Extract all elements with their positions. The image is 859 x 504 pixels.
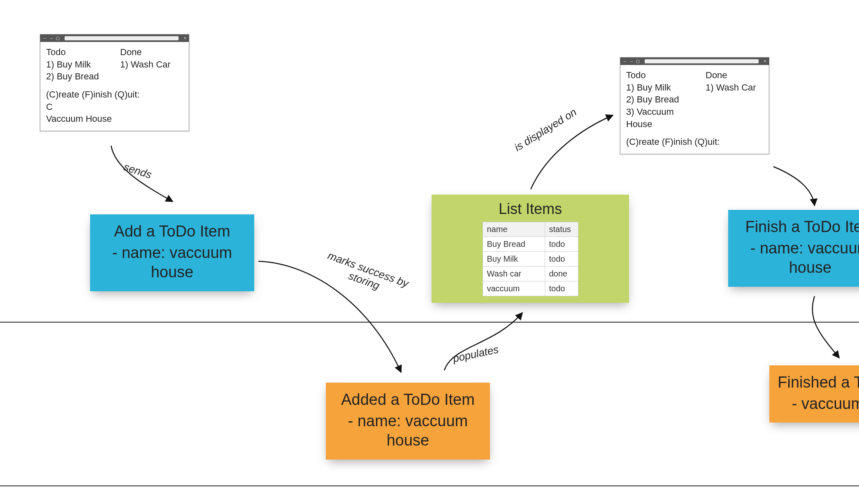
arrow-to-finished (813, 296, 839, 358)
browser-content: Todo 1) Buy Milk 2) Buy Bread 3) Vaccuum… (620, 65, 769, 154)
browser-titlebar: ← → × (620, 58, 769, 65)
card-list-items: List Items name status Buy Breadtodo Buy… (432, 195, 629, 303)
reload-icon (636, 60, 640, 63)
divider-1 (0, 322, 859, 323)
nav-back-icon: ← (623, 59, 627, 64)
card-title: Added a ToDo Item (326, 383, 490, 410)
table-row: Buy Milktodo (483, 252, 578, 267)
edge-label-displayed: is displayed on (512, 106, 579, 154)
close-icon: × (183, 36, 186, 41)
edge-label-marks: marks success by storing (312, 246, 420, 304)
reload-icon (56, 37, 60, 40)
table-header-cell: status (545, 222, 578, 237)
todo-item: 1) Buy Milk (46, 58, 104, 71)
arrow-to-finish (773, 167, 815, 206)
card-subtitle: - name: vaccuum house (90, 242, 254, 291)
table-header-cell: name (483, 222, 545, 237)
browser-window-2: ← → × Todo 1) Buy Milk 2) Buy Bread 3) V… (620, 57, 769, 154)
done-header: Done (120, 46, 178, 58)
todo-header: Todo (626, 69, 689, 81)
todo-item: 2) Buy Bread (46, 70, 104, 83)
input-value: Vaccuum House (46, 113, 183, 125)
table-row: vaccuumtodo (483, 281, 578, 296)
edge-label-sends: sends (122, 160, 153, 181)
done-header: Done (706, 69, 763, 81)
close-icon: × (764, 59, 766, 64)
card-finished-todo: Finished a ToDo Item - vaccuum house (769, 365, 859, 423)
card-title: Add a ToDo Item (90, 214, 254, 242)
prompt-line: (C)reate (F)inish (Q)uit: (626, 136, 763, 148)
nav-forward-icon: → (49, 36, 53, 41)
done-item: 1) Wash Car (120, 58, 178, 71)
card-title: Finish a ToDo Item (728, 210, 859, 237)
browser-window-1: ← → × Todo 1) Buy Milk 2) Buy Bread Done… (40, 34, 189, 131)
nav-forward-icon: → (629, 59, 634, 64)
todo-item: 2) Buy Bread (626, 93, 689, 106)
card-subtitle: - name: vaccuum house (326, 410, 490, 460)
browser-titlebar: ← → × (40, 35, 189, 42)
card-subtitle: - vaccuum house (769, 393, 859, 423)
input-choice: C (46, 101, 183, 113)
prompt-line: (C)reate (F)inish (Q)uit: (46, 88, 183, 101)
card-added-todo: Added a ToDo Item - name: vaccuum house (326, 383, 490, 460)
table-row: Buy Breadtodo (483, 237, 578, 252)
browser-content: Todo 1) Buy Milk 2) Buy Bread Done 1) Wa… (40, 42, 189, 131)
list-items-table: name status Buy Breadtodo Buy Milktodo W… (483, 222, 578, 296)
todo-item: 3) Vaccuum House (626, 106, 689, 130)
url-bar (65, 36, 179, 40)
card-title: Finished a ToDo Item (769, 365, 859, 393)
card-subtitle: - name: vaccuum house (728, 237, 859, 287)
todo-item: 1) Buy Milk (626, 81, 689, 94)
card-add-todo: Add a ToDo Item - name: vaccuum house (90, 214, 254, 291)
diagram-canvas: ← → × Todo 1) Buy Milk 2) Buy Bread Done… (0, 0, 859, 504)
url-bar (645, 59, 759, 63)
list-items-header: List Items (432, 198, 629, 222)
done-item: 1) Wash Car (706, 81, 763, 94)
todo-header: Todo (46, 46, 104, 58)
table-header-row: name status (483, 222, 578, 237)
divider-2 (0, 485, 859, 486)
edge-label-populates: populates (452, 343, 500, 365)
table-row: Wash cardone (483, 267, 578, 281)
nav-back-icon: ← (43, 36, 47, 41)
card-finish-todo: Finish a ToDo Item - name: vaccuum house (728, 210, 859, 287)
